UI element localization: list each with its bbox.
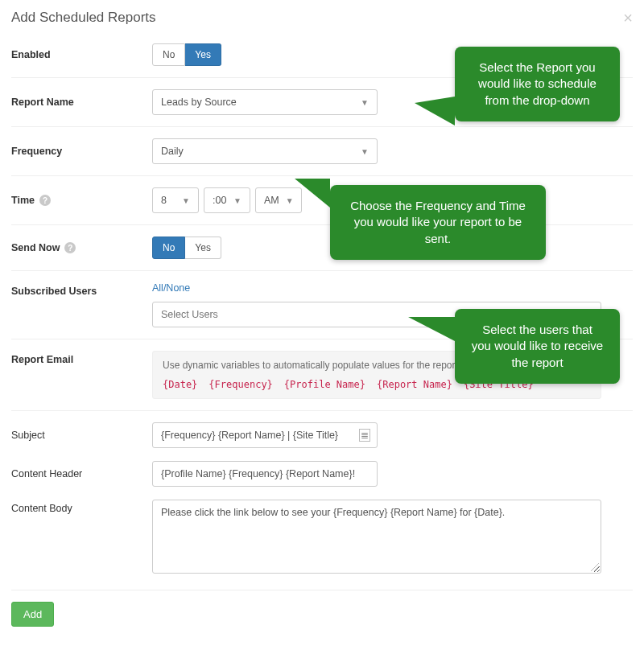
add-button[interactable]: Add	[11, 602, 54, 627]
time-hour-value: 8	[161, 195, 167, 206]
content-body-value: Please click the link below to see your …	[161, 507, 505, 518]
row-content-header: Content Header {Profile Name} {Frequency…	[11, 453, 633, 492]
chevron-down-icon: ▼	[286, 196, 294, 205]
time-ampm-value: AM	[264, 195, 279, 206]
callout-frequency: Choose the Frequency and Time you would …	[330, 185, 546, 260]
frequency-label: Frequency	[11, 146, 152, 157]
content-body-textarea[interactable]: Please click the link below to see your …	[152, 500, 601, 574]
content-header-input[interactable]: {Profile Name} {Frequency} {Report Name}…	[152, 461, 378, 487]
var-profile-name[interactable]: {Profile Name}	[284, 379, 365, 390]
time-minute-select[interactable]: :00 ▼	[204, 187, 250, 213]
row-content-body: Content Body Please click the link below…	[11, 492, 633, 585]
help-icon[interactable]: ?	[39, 195, 51, 206]
callout-users: Select the users that you would like to …	[455, 309, 620, 384]
subject-label: Subject	[11, 430, 152, 441]
subject-input[interactable]: {Frequency} {Report Name} | {Site Title}…	[152, 422, 378, 448]
help-icon[interactable]: ?	[64, 242, 76, 253]
all-none-link[interactable]: All/None	[152, 282, 190, 294]
autofill-icon[interactable]: ≣	[359, 429, 370, 442]
modal-title: Add Scheduled Reports	[11, 10, 156, 26]
subscribed-users-label: Subscribed Users	[11, 282, 152, 297]
content-body-label: Content Body	[11, 500, 152, 514]
row-subject: Subject {Frequency} {Report Name} | {Sit…	[11, 411, 633, 453]
frequency-value: Daily	[161, 146, 184, 157]
var-report-name[interactable]: {Report Name}	[377, 379, 452, 390]
send-now-no-button[interactable]: No	[152, 237, 185, 259]
report-name-value: Leads by Source	[161, 97, 237, 108]
send-now-label: Send Now ?	[11, 242, 152, 253]
row-frequency: Frequency Daily ▼	[11, 127, 633, 176]
chevron-down-icon: ▼	[182, 196, 190, 205]
chevron-down-icon: ▼	[233, 196, 242, 205]
report-name-label: Report Name	[11, 97, 152, 108]
time-minute-value: :00	[213, 195, 226, 206]
enabled-label: Enabled	[11, 49, 152, 60]
report-name-select[interactable]: Leads by Source ▼	[152, 89, 378, 115]
var-date[interactable]: {Date}	[163, 379, 197, 390]
close-icon[interactable]: ×	[623, 10, 633, 26]
enabled-no-button[interactable]: No	[152, 43, 185, 66]
enabled-yes-button[interactable]: Yes	[185, 43, 221, 66]
var-frequency[interactable]: {Frequency}	[208, 379, 272, 390]
chevron-down-icon: ▼	[361, 147, 369, 156]
select-users-value: Select Users	[161, 309, 218, 320]
modal-header: Add Scheduled Reports ×	[11, 10, 633, 32]
content-header-value: {Profile Name} {Frequency} {Report Name}…	[161, 468, 355, 479]
chevron-down-icon: ▼	[361, 98, 369, 107]
time-label: Time ?	[11, 195, 152, 206]
subject-value: {Frequency} {Report Name} | {Site Title}	[161, 430, 338, 441]
content-header-label: Content Header	[11, 468, 152, 479]
frequency-select[interactable]: Daily ▼	[152, 138, 378, 164]
send-now-toggle: No Yes	[152, 237, 221, 259]
time-hour-select[interactable]: 8 ▼	[152, 187, 199, 213]
report-email-label: Report Email	[11, 351, 152, 365]
callout-report: Select the Report you would like to sche…	[455, 47, 620, 121]
send-now-yes-button[interactable]: Yes	[185, 237, 221, 259]
enabled-toggle: No Yes	[152, 43, 221, 66]
modal-footer: Add	[11, 590, 633, 627]
